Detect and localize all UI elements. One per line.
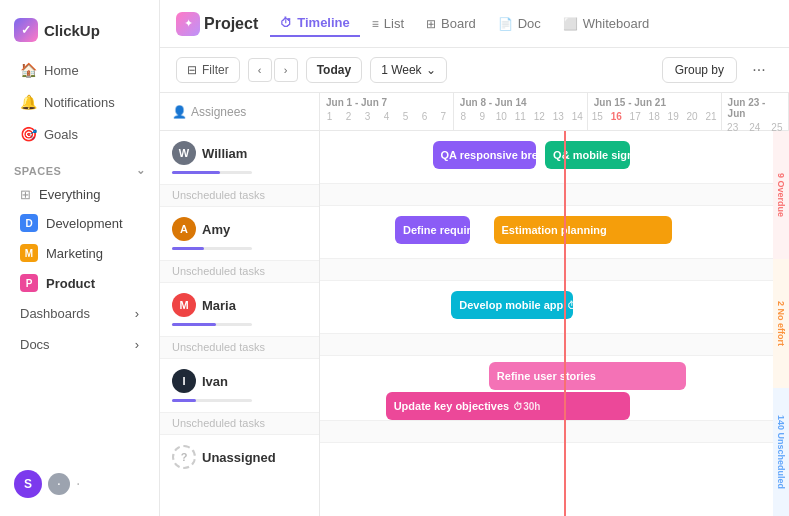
avatar-ivan: I [172,369,196,393]
assignee-ivan: I Ivan Unscheduled tasks [160,359,319,435]
unscheduled-ivan: Unscheduled tasks [160,412,319,434]
main-content: ✦ Project ⏱ Timeline ≡ List ⊞ Board 📄 Do… [160,0,789,516]
home-icon: 🏠 [20,62,36,78]
bell-icon: 🔔 [20,94,36,110]
today-button[interactable]: Today [306,57,362,83]
person-icon: 👤 [172,105,187,119]
avatar-maria: M [172,293,196,317]
date-group-2: Jun 8 - Jun 14 8 9 10 11 12 13 14 [454,93,588,130]
page-header: ✦ Project ⏱ Timeline ≡ List ⊞ Board 📄 Do… [160,0,789,48]
sidebar-item-goals[interactable]: 🎯 Goals [6,119,153,149]
sidebar-item-everything[interactable]: ⊞ Everything [6,182,153,207]
assignee-william: W William Unscheduled tasks [160,131,319,207]
gantt-rows: QA responsive breakpoints ⏱30h Q& mobile… [320,131,789,516]
page-title: Project [204,15,258,33]
nav-buttons: ‹ › [248,58,298,82]
gantt-bar-estimation[interactable]: Estimation planning [494,216,672,244]
date-days-1: 1 2 3 4 5 6 7 [320,110,453,123]
sidebar-item-dashboards[interactable]: Dashboards › [6,299,153,328]
filter-button[interactable]: ⊟ Filter [176,57,240,83]
gantt-row-william: QA responsive breakpoints ⏱30h Q& mobile… [320,131,789,206]
user-avatar[interactable]: S [14,470,42,498]
avatar-william: W [172,141,196,165]
gantt-row-ivan: Refine user stories Update key objective… [320,362,789,443]
list-icon: ≡ [372,17,379,31]
sidebar-bottom: S · · [0,462,159,506]
tab-whiteboard[interactable]: ⬜ Whiteboard [553,11,659,36]
assignee-amy: A Amy Unscheduled tasks [160,207,319,283]
timeline-icon: ⏱ [280,16,292,30]
progress-maria [172,323,252,326]
avatar-amy: A [172,217,196,241]
group-by-button[interactable]: Group by [662,57,737,83]
sidebar: ✓ ClickUp 🏠 Home 🔔 Notifications 🎯 Goals… [0,0,160,516]
sidebar-item-notifications[interactable]: 🔔 Notifications [6,87,153,117]
avatar-unassigned: ? [172,445,196,469]
progress-ivan [172,399,252,402]
date-days-3: 15 16 17 18 19 20 21 [588,110,721,123]
date-group-1: Jun 1 - Jun 7 1 2 3 4 5 6 7 [320,93,454,130]
app-logo[interactable]: ✓ ClickUp [0,10,159,54]
goals-icon: 🎯 [20,126,36,142]
tab-board[interactable]: ⊞ Board [416,11,486,36]
sidebar-item-marketing[interactable]: M Marketing [6,239,153,267]
unscheduled-maria: Unscheduled tasks [160,336,319,358]
toolbar: ⊟ Filter ‹ › Today 1 Week ⌄ Group by ··· [160,48,789,93]
toolbar-right: Group by ··· [662,56,773,84]
progress-william [172,171,252,174]
more-users: · [76,475,80,493]
gantt-bar-mobile-signup[interactable]: Q& mobile signup... ⚑ [545,141,629,169]
tab-doc[interactable]: 📄 Doc [488,11,551,36]
sidebar-item-home[interactable]: 🏠 Home [6,55,153,85]
gantt-row-unassigned [320,443,789,483]
progress-amy [172,247,252,250]
tab-list[interactable]: ≡ List [362,11,414,36]
date-group-4: Jun 23 - Jun 23 24 25 [722,93,789,130]
overdue-label[interactable]: 9 Overdue [773,131,789,259]
gantt-area: Jun 1 - Jun 7 1 2 3 4 5 6 7 Jun 8 - Jun … [320,93,789,516]
sidebar-item-label: Goals [44,127,78,142]
space-dot-development: D [20,214,38,232]
secondary-avatar: · [48,473,70,495]
gantt-row-maria: Develop mobile app ⏱30h [320,281,789,356]
gantt-bar-refine[interactable]: Refine user stories [489,362,686,390]
gantt-row-amy: Define requirements Estimation planning [320,206,789,281]
next-button[interactable]: › [274,58,298,82]
grid-icon: ⊞ [20,187,31,202]
date-header: Jun 1 - Jun 7 1 2 3 4 5 6 7 Jun 8 - Jun … [320,93,789,131]
chevron-down-icon[interactable]: ⌄ [136,164,146,177]
space-dot-product: P [20,274,38,292]
unscheduled-amy: Unscheduled tasks [160,260,319,282]
today-line [564,131,566,516]
spaces-section: Spaces ⌄ [0,156,159,181]
doc-icon: 📄 [498,17,513,31]
sidebar-item-label: Notifications [44,95,115,110]
gantt-bar-define[interactable]: Define requirements [395,216,470,244]
filter-icon: ⊟ [187,63,197,77]
assignee-header: 👤 Assignees [160,93,319,131]
gantt-bar-update[interactable]: Update key objectives ⏱30h [386,392,630,420]
more-options-button[interactable]: ··· [745,56,773,84]
project-icon: ✦ [176,12,200,36]
space-dot-marketing: M [20,244,38,262]
whiteboard-icon: ⬜ [563,17,578,31]
unscheduled-label[interactable]: 140 Unscheduled [773,388,789,516]
chevron-right-icon: › [135,306,139,321]
prev-button[interactable]: ‹ [248,58,272,82]
assignee-unassigned: ? Unassigned [160,435,319,485]
sidebar-item-docs[interactable]: Docs › [6,330,153,359]
header-tabs: ⏱ Timeline ≡ List ⊞ Board 📄 Doc ⬜ Whiteb… [270,10,659,37]
board-icon: ⊞ [426,17,436,31]
gantt-bar-qa[interactable]: QA responsive breakpoints ⏱30h [433,141,536,169]
tab-timeline[interactable]: ⏱ Timeline [270,10,360,37]
sidebar-item-development[interactable]: D Development [6,209,153,237]
chevron-right-icon: › [135,337,139,352]
week-select[interactable]: 1 Week ⌄ [370,57,446,83]
unscheduled-william: Unscheduled tasks [160,184,319,206]
date-group-3: Jun 15 - Jun 21 15 16 17 18 19 20 21 [588,93,722,130]
no-effort-label[interactable]: 2 No effort [773,259,789,387]
logo-icon: ✓ [14,18,38,42]
gantt-bar-develop[interactable]: Develop mobile app ⏱30h [451,291,573,319]
sidebar-item-product[interactable]: P Product [6,269,153,297]
sidebar-item-label: Home [44,63,79,78]
